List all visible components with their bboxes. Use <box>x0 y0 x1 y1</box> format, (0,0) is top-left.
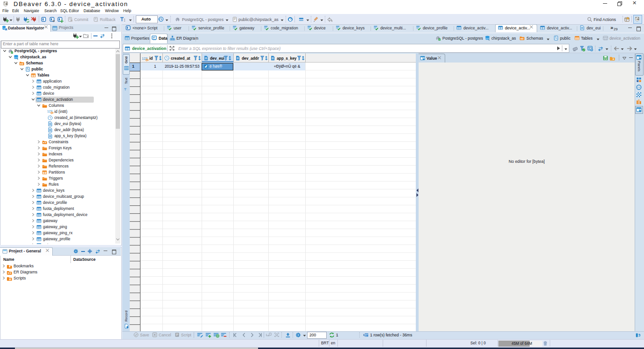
svg-text:T: T <box>124 87 126 91</box>
